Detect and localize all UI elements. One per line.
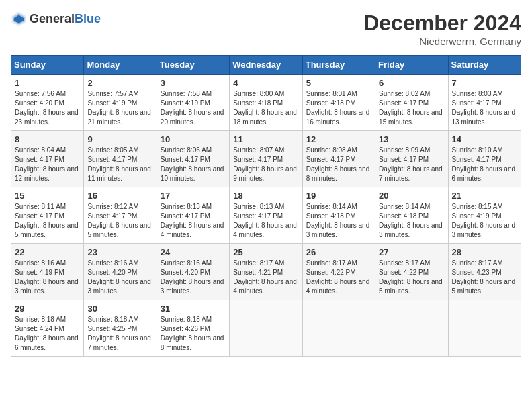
day-info: Sunrise: 8:00 AMSunset: 4:18 PMDaylight:…: [233, 90, 297, 126]
calendar-cell: 1 Sunrise: 7:56 AMSunset: 4:20 PMDayligh…: [11, 75, 84, 131]
calendar-cell: 11 Sunrise: 8:07 AMSunset: 4:17 PMDaylig…: [230, 131, 302, 187]
day-number: 20: [379, 191, 444, 201]
day-info: Sunrise: 8:06 AMSunset: 4:17 PMDaylight:…: [161, 146, 224, 182]
calendar-cell: [230, 300, 302, 357]
day-number: 27: [379, 247, 444, 257]
day-info: Sunrise: 8:14 AMSunset: 4:18 PMDaylight:…: [306, 203, 370, 238]
day-info: Sunrise: 8:15 AMSunset: 4:19 PMDaylight:…: [452, 203, 516, 238]
day-info: Sunrise: 8:02 AMSunset: 4:17 PMDaylight:…: [379, 90, 443, 126]
calendar-week-row: 8 Sunrise: 8:04 AMSunset: 4:17 PMDayligh…: [11, 131, 521, 187]
calendar-cell: 31 Sunrise: 8:18 AMSunset: 4:26 PMDaylig…: [157, 300, 229, 357]
calendar-cell: 24 Sunrise: 8:16 AMSunset: 4:20 PMDaylig…: [157, 244, 229, 300]
calendar-cell: [302, 300, 375, 357]
calendar-cell: 7 Sunrise: 8:03 AMSunset: 4:17 PMDayligh…: [448, 75, 521, 131]
calendar-cell: 30 Sunrise: 8:18 AMSunset: 4:25 PMDaylig…: [84, 300, 157, 357]
col-monday: Monday: [84, 56, 157, 75]
day-info: Sunrise: 8:05 AMSunset: 4:17 PMDaylight:…: [87, 146, 151, 182]
calendar-table: Sunday Monday Tuesday Wednesday Thursday…: [11, 55, 521, 357]
day-info: Sunrise: 8:03 AMSunset: 4:17 PMDaylight:…: [452, 90, 516, 126]
calendar-cell: 18 Sunrise: 8:13 AMSunset: 4:17 PMDaylig…: [230, 187, 302, 244]
day-number: 9: [87, 134, 152, 144]
day-info: Sunrise: 7:57 AMSunset: 4:19 PMDaylight:…: [87, 90, 151, 126]
calendar-cell: 8 Sunrise: 8:04 AMSunset: 4:17 PMDayligh…: [11, 131, 84, 187]
col-thursday: Thursday: [302, 56, 375, 75]
col-sunday: Sunday: [11, 56, 84, 75]
day-info: Sunrise: 8:18 AMSunset: 4:24 PMDaylight:…: [15, 316, 79, 351]
day-number: 14: [452, 134, 517, 144]
day-number: 23: [87, 247, 152, 257]
calendar-cell: 28 Sunrise: 8:17 AMSunset: 4:23 PMDaylig…: [448, 244, 521, 300]
day-info: Sunrise: 8:12 AMSunset: 4:17 PMDaylight:…: [87, 203, 151, 238]
calendar-cell: 2 Sunrise: 7:57 AMSunset: 4:19 PMDayligh…: [84, 75, 157, 131]
day-number: 7: [452, 78, 517, 88]
day-info: Sunrise: 8:16 AMSunset: 4:19 PMDaylight:…: [15, 259, 79, 295]
day-number: 8: [15, 134, 80, 144]
calendar-cell: [375, 300, 448, 357]
day-number: 11: [233, 134, 298, 144]
day-info: Sunrise: 8:16 AMSunset: 4:20 PMDaylight:…: [161, 259, 224, 295]
calendar-week-row: 15 Sunrise: 8:11 AMSunset: 4:17 PMDaylig…: [11, 187, 521, 244]
col-friday: Friday: [375, 56, 448, 75]
day-info: Sunrise: 8:13 AMSunset: 4:17 PMDaylight:…: [233, 203, 297, 238]
calendar-cell: [448, 300, 521, 357]
day-number: 21: [452, 191, 517, 201]
calendar-cell: 3 Sunrise: 7:58 AMSunset: 4:19 PMDayligh…: [157, 75, 229, 131]
calendar-cell: 20 Sunrise: 8:14 AMSunset: 4:18 PMDaylig…: [375, 187, 448, 244]
day-info: Sunrise: 8:11 AMSunset: 4:17 PMDaylight:…: [15, 203, 79, 238]
day-info: Sunrise: 8:17 AMSunset: 4:22 PMDaylight:…: [379, 259, 443, 295]
day-number: 24: [161, 247, 226, 257]
calendar-cell: 17 Sunrise: 8:13 AMSunset: 4:17 PMDaylig…: [157, 187, 229, 244]
day-number: 4: [233, 78, 298, 88]
day-number: 3: [161, 78, 226, 88]
day-number: 13: [379, 134, 444, 144]
day-info: Sunrise: 7:56 AMSunset: 4:20 PMDaylight:…: [15, 90, 79, 126]
calendar-cell: 25 Sunrise: 8:17 AMSunset: 4:21 PMDaylig…: [230, 244, 302, 300]
day-info: Sunrise: 8:18 AMSunset: 4:26 PMDaylight:…: [161, 316, 224, 351]
calendar-cell: 13 Sunrise: 8:09 AMSunset: 4:17 PMDaylig…: [375, 131, 448, 187]
location-title: Niederwerrn, Germany: [363, 36, 521, 47]
day-info: Sunrise: 8:08 AMSunset: 4:17 PMDaylight:…: [306, 146, 370, 182]
calendar-cell: 29 Sunrise: 8:18 AMSunset: 4:24 PMDaylig…: [11, 300, 84, 357]
day-number: 31: [161, 304, 226, 314]
logo-text: GeneralBlue: [30, 12, 101, 26]
day-number: 29: [15, 304, 80, 314]
day-info: Sunrise: 8:16 AMSunset: 4:20 PMDaylight:…: [87, 259, 151, 295]
day-info: Sunrise: 8:17 AMSunset: 4:23 PMDaylight:…: [452, 259, 516, 295]
calendar-cell: 22 Sunrise: 8:16 AMSunset: 4:19 PMDaylig…: [11, 244, 84, 300]
calendar-cell: 14 Sunrise: 8:10 AMSunset: 4:17 PMDaylig…: [448, 131, 521, 187]
calendar-cell: 5 Sunrise: 8:01 AMSunset: 4:18 PMDayligh…: [302, 75, 375, 131]
day-number: 2: [87, 78, 152, 88]
calendar-cell: 4 Sunrise: 8:00 AMSunset: 4:18 PMDayligh…: [230, 75, 302, 131]
calendar-cell: 6 Sunrise: 8:02 AMSunset: 4:17 PMDayligh…: [375, 75, 448, 131]
day-number: 6: [379, 78, 444, 88]
col-saturday: Saturday: [448, 56, 521, 75]
day-number: 16: [87, 191, 152, 201]
day-info: Sunrise: 8:18 AMSunset: 4:25 PMDaylight:…: [87, 316, 151, 351]
col-tuesday: Tuesday: [157, 56, 229, 75]
calendar-week-row: 1 Sunrise: 7:56 AMSunset: 4:20 PMDayligh…: [11, 75, 521, 131]
logo-blue: Blue: [75, 12, 101, 26]
day-number: 19: [306, 191, 371, 201]
logo-icon: [11, 11, 27, 27]
calendar-cell: 21 Sunrise: 8:15 AMSunset: 4:19 PMDaylig…: [448, 187, 521, 244]
day-info: Sunrise: 7:58 AMSunset: 4:19 PMDaylight:…: [161, 90, 224, 126]
calendar-cell: 10 Sunrise: 8:06 AMSunset: 4:17 PMDaylig…: [157, 131, 229, 187]
calendar-cell: 9 Sunrise: 8:05 AMSunset: 4:17 PMDayligh…: [84, 131, 157, 187]
day-number: 5: [306, 78, 371, 88]
logo: GeneralBlue: [11, 11, 101, 27]
day-info: Sunrise: 8:01 AMSunset: 4:18 PMDaylight:…: [306, 90, 370, 126]
col-wednesday: Wednesday: [230, 56, 302, 75]
day-info: Sunrise: 8:17 AMSunset: 4:22 PMDaylight:…: [306, 259, 370, 295]
day-number: 28: [452, 247, 517, 257]
day-number: 1: [15, 78, 80, 88]
day-number: 30: [87, 304, 152, 314]
day-info: Sunrise: 8:04 AMSunset: 4:17 PMDaylight:…: [15, 146, 79, 182]
day-number: 10: [161, 134, 226, 144]
calendar-cell: 26 Sunrise: 8:17 AMSunset: 4:22 PMDaylig…: [302, 244, 375, 300]
calendar-cell: 19 Sunrise: 8:14 AMSunset: 4:18 PMDaylig…: [302, 187, 375, 244]
month-title: December 2024: [363, 11, 521, 36]
title-block: December 2024 Niederwerrn, Germany: [363, 11, 521, 47]
day-number: 12: [306, 134, 371, 144]
calendar-cell: 12 Sunrise: 8:08 AMSunset: 4:17 PMDaylig…: [302, 131, 375, 187]
day-info: Sunrise: 8:13 AMSunset: 4:17 PMDaylight:…: [161, 203, 224, 238]
